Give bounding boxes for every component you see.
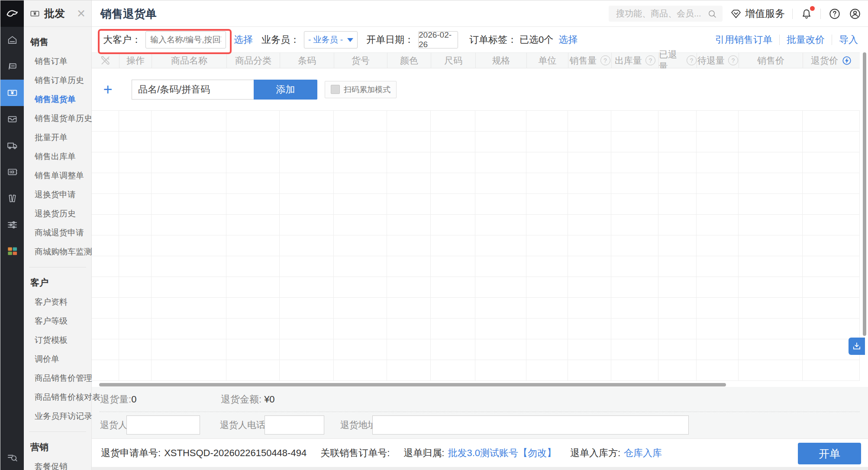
divider — [779, 35, 780, 45]
truck-icon[interactable] — [0, 132, 24, 159]
customer-label: 大客户： — [103, 33, 141, 46]
apps-icon[interactable] — [0, 238, 24, 264]
sidebar-item[interactable]: 退换货申请 — [24, 185, 91, 204]
column-header: 销售量? — [568, 53, 611, 68]
sidebar-item[interactable]: 客户等级 — [24, 312, 91, 331]
grid-line — [333, 111, 334, 381]
return-phone-label: 退货人电话: — [220, 419, 268, 431]
bottom-strip — [92, 467, 868, 470]
home-icon[interactable] — [0, 27, 24, 53]
sidebar-item[interactable]: 客户资料 — [24, 293, 91, 312]
order-owner-link[interactable]: 批发3.0测试账号【勿改】 — [448, 447, 556, 460]
account-icon[interactable] — [849, 7, 862, 20]
sidebar-item[interactable]: 退换货历史 — [24, 204, 91, 223]
tag-select-link[interactable]: 选择 — [558, 33, 578, 46]
sidebar-item[interactable]: 订货模板 — [24, 331, 91, 350]
sidebar-item[interactable]: 商品销售价核对表 — [24, 388, 91, 407]
sidebar-item[interactable]: 销售退货单历史 — [24, 109, 91, 128]
sidebar-item[interactable]: 销售单调整单 — [24, 166, 91, 185]
sidebar-item[interactable]: 销售退货单 — [24, 90, 91, 109]
global-search[interactable] — [609, 6, 723, 22]
help-circle-icon[interactable]: ? — [645, 55, 655, 65]
return-phone-input[interactable] — [265, 415, 324, 435]
banknote-icon[interactable] — [0, 80, 24, 106]
toolbar-links: 引用销售订单批量改价导入 — [715, 27, 858, 53]
sidebar-item[interactable]: 商品销售价管理 — [24, 369, 91, 388]
tag-count: 已选0个 — [520, 33, 553, 46]
sidebar-item[interactable]: 销售订单 — [24, 52, 91, 71]
create-order-button[interactable]: 开单 — [798, 443, 861, 464]
toolbar-link[interactable]: 导入 — [839, 33, 858, 46]
return-amount: 退货金额: ¥0 — [221, 387, 275, 412]
tag-label: 订单标签： — [469, 33, 517, 46]
sidebar-item[interactable]: 批量开单 — [24, 128, 91, 147]
add-row-plus-icon[interactable]: + — [92, 82, 124, 97]
checkbox[interactable] — [331, 85, 340, 94]
sliders-icon[interactable] — [0, 212, 24, 238]
help-circle-icon[interactable]: ? — [728, 55, 738, 65]
horizontal-scrollbar[interactable] — [99, 383, 726, 386]
column-header: 规格 — [475, 53, 526, 68]
return-person-input[interactable] — [126, 415, 200, 435]
download-button[interactable] — [849, 338, 865, 355]
apply-number-label: 退货申请单号: — [101, 447, 161, 460]
column-header: 操作 — [119, 53, 152, 68]
search-list-icon[interactable] — [0, 452, 24, 464]
date-label: 开单日期： — [366, 33, 414, 46]
column-header: 货号 — [334, 53, 387, 68]
sidebar-item[interactable]: 销售出库单 — [24, 147, 91, 166]
return-address-input[interactable] — [372, 415, 689, 435]
grid-line — [279, 111, 280, 381]
customer-input[interactable] — [145, 31, 226, 48]
shelf-icon[interactable] — [0, 53, 24, 80]
date-input[interactable]: 2026-02-26 — [418, 31, 458, 48]
page-title: 销售退货单 — [100, 6, 157, 22]
salesman-value: - 业务员 - — [308, 34, 343, 45]
sidebar-item[interactable]: 业务员拜访记录 — [24, 407, 91, 426]
app-rail — [0, 0, 24, 470]
sidebar-item[interactable]: 商城购物车监测 — [24, 242, 91, 261]
ledger-icon[interactable] — [0, 185, 24, 212]
value-added-services-button[interactable]: 增值服务 — [730, 7, 785, 20]
bell-icon[interactable] — [800, 7, 813, 20]
column-header: 条码 — [280, 53, 334, 68]
inbound-method-link[interactable]: 仓库入库 — [624, 447, 662, 460]
column-header: 销售价 — [739, 53, 803, 68]
rail-icons — [0, 27, 24, 264]
column-settings-tools-icon[interactable] — [92, 53, 119, 68]
search-input[interactable] — [615, 8, 707, 19]
auto-price-flash-icon[interactable] — [842, 55, 852, 66]
topbar: 销售退货单 增值服务 — [92, 0, 868, 27]
toolbar-link[interactable]: 批量改价 — [787, 33, 825, 46]
drawer-icon[interactable] — [0, 106, 24, 132]
sidebar-section-title: 营销 — [24, 432, 91, 457]
grid-line — [738, 111, 739, 381]
help-icon[interactable] — [828, 7, 841, 20]
product-search-input[interactable] — [132, 80, 254, 100]
column-header: 商品名称 — [152, 53, 226, 68]
sidebar-item[interactable]: 调价单 — [24, 350, 91, 369]
add-button[interactable]: 添加 — [254, 80, 317, 100]
related-order: 关联销售订单号: — [320, 447, 390, 460]
close-icon[interactable]: ✕ — [77, 8, 86, 19]
grid-line — [475, 111, 475, 381]
scan-accumulate-toggle[interactable]: 扫码累加模式 — [325, 81, 397, 98]
customer-select-link[interactable]: 选择 — [234, 33, 253, 46]
grid-line — [526, 111, 526, 381]
help-circle-icon[interactable]: ? — [600, 55, 610, 65]
help-circle-icon[interactable]: ? — [687, 55, 697, 65]
toolbar-link[interactable]: 引用销售订单 — [715, 33, 772, 46]
sidebar-item[interactable]: 商城退货申请 — [24, 223, 91, 242]
sidebar-item[interactable]: 销售订单历史 — [24, 71, 91, 90]
return-person-label: 退货人: — [100, 419, 130, 431]
cashbox-icon[interactable] — [0, 159, 24, 185]
grid-line — [611, 111, 611, 381]
sidebar-item[interactable]: 套餐促销 — [24, 457, 91, 470]
sidebar-section-title: 客户 — [24, 267, 91, 293]
grid-line — [696, 111, 697, 381]
logo[interactable] — [0, 0, 24, 27]
salesman-dropdown[interactable]: - 业务员 - — [304, 31, 358, 48]
grid-line — [226, 111, 226, 381]
vertical-scrollbar[interactable] — [863, 52, 866, 336]
search-icon[interactable] — [707, 9, 717, 19]
